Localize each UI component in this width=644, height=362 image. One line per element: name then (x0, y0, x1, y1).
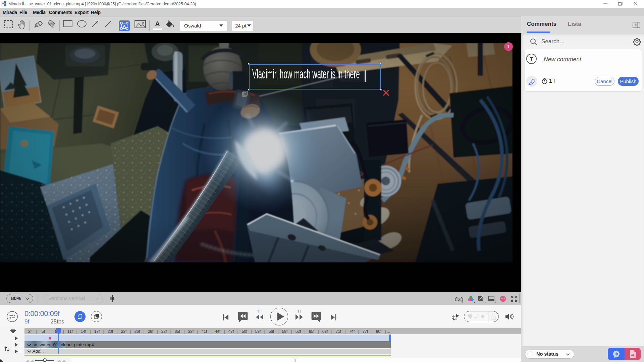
svg-text:A: A (123, 24, 126, 29)
